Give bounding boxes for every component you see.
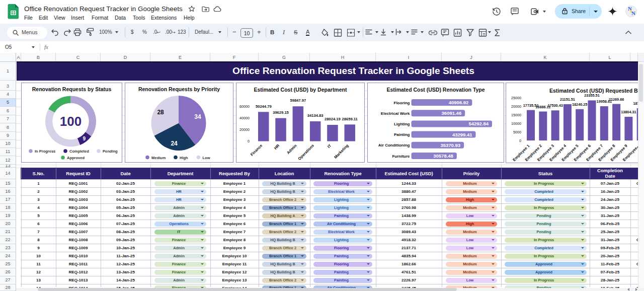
svg-text:Low: Low <box>203 155 210 160</box>
svg-text:20000: 20000 <box>239 127 250 132</box>
svg-text:Medium: Medium <box>151 155 166 160</box>
svg-text:Painting: Painting <box>394 132 410 137</box>
svg-text:28659.11: 28659.11 <box>342 116 358 121</box>
svg-text:Pending: Pending <box>103 149 118 154</box>
svg-text:36091.46: 36091.46 <box>442 110 462 116</box>
svg-text:100: 100 <box>60 114 82 129</box>
svg-text:13804.31: 13804.31 <box>621 110 636 114</box>
svg-text:Finance: Finance <box>250 143 264 157</box>
svg-text:43299.41: 43299.41 <box>452 131 472 137</box>
svg-text:50244.79: 50244.79 <box>256 104 272 108</box>
svg-text:High: High <box>180 155 188 160</box>
svg-text:25000: 25000 <box>511 95 521 100</box>
svg-text:Flooring: Flooring <box>394 100 410 105</box>
svg-text:40906.92: 40906.92 <box>449 99 469 105</box>
svg-text:HR: HR <box>273 143 281 151</box>
svg-text:18240.25: 18240.25 <box>572 102 587 106</box>
svg-text:Operations: Operations <box>297 143 315 161</box>
svg-text:34134.83: 34134.83 <box>307 113 324 118</box>
svg-text:IT: IT <box>327 143 332 149</box>
svg-text:Furniture: Furniture <box>392 154 410 158</box>
svg-text:30578.48: 30578.48 <box>433 153 453 158</box>
svg-text:24: 24 <box>171 140 178 147</box>
svg-text:28024.19: 28024.19 <box>325 117 341 121</box>
svg-text:10000: 10000 <box>511 121 521 125</box>
svg-text:35370.93: 35370.93 <box>440 142 460 148</box>
svg-text:Completed: Completed <box>69 149 89 154</box>
svg-text:34: 34 <box>194 113 201 120</box>
svg-text:21269.66: 21269.66 <box>609 97 624 101</box>
svg-text:15000: 15000 <box>511 112 521 117</box>
svg-text:Electrical Work: Electrical Work <box>381 111 410 115</box>
svg-text:54292.84: 54292.84 <box>468 121 489 126</box>
svg-text:5000: 5000 <box>513 129 521 134</box>
svg-text:60000: 60000 <box>239 104 250 108</box>
svg-text:28: 28 <box>157 109 164 116</box>
svg-text:In Progress: In Progress <box>35 149 55 154</box>
svg-text:40000: 40000 <box>239 116 250 120</box>
svg-text:17530.43: 17530.43 <box>547 103 562 108</box>
svg-text:23355.51: 23355.51 <box>584 93 599 98</box>
svg-text:Admin: Admin <box>286 143 298 155</box>
svg-text:9: 9 <box>83 135 86 141</box>
svg-text:Approved: Approved <box>67 156 85 160</box>
svg-text:39629.15: 39629.15 <box>273 110 289 114</box>
svg-text:20000: 20000 <box>511 104 521 108</box>
svg-text:0: 0 <box>248 139 250 143</box>
svg-text:0: 0 <box>519 138 521 142</box>
svg-text:Marketing: Marketing <box>333 143 350 160</box>
svg-text:59847.97: 59847.97 <box>290 98 306 103</box>
svg-text:Lighting: Lighting <box>394 121 410 126</box>
svg-text:21151.51: 21151.51 <box>560 97 575 101</box>
svg-text:Air Conditioning: Air Conditioning <box>378 143 410 148</box>
